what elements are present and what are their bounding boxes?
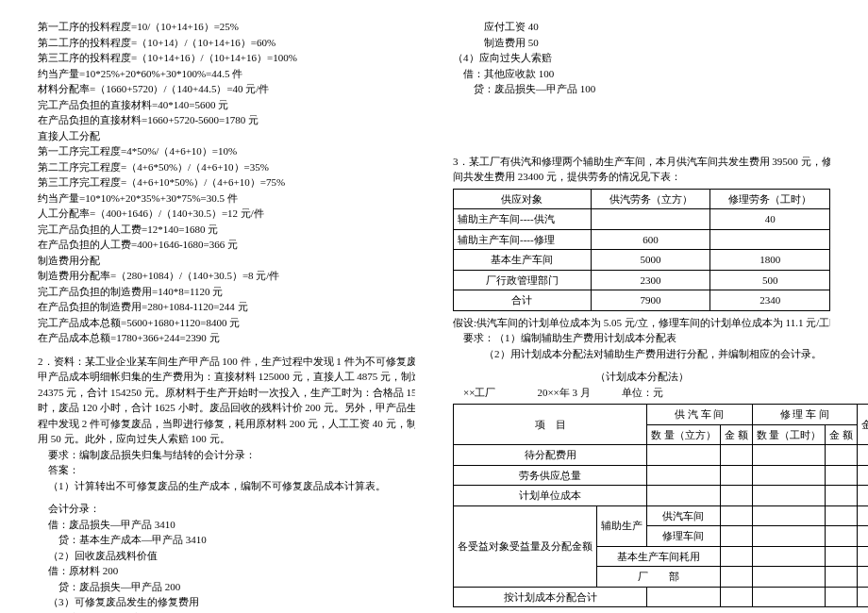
row-label: 待分配费用 [454,445,647,466]
table-cell: 40 [710,209,830,230]
text-line: （2）回收废品残料价值 [38,548,415,564]
col-gongqi: 供 汽 车 间 [647,405,753,425]
group-sub: 辅助生产 [597,505,647,546]
table-cell: 600 [591,229,710,250]
table-header: 供应对象 [454,189,592,209]
text-line: 要求：编制废品损失归集与结转的会计分录： [38,447,415,463]
calc-line: 直接人工分配 [38,128,415,144]
table-cell [752,505,826,526]
table-cell [858,445,869,466]
calc-line: 在产品成本总额=1780+366+244=2390 元 [38,330,415,346]
top-continuation: 应付工资 40 制造费用 50 （4）应向过失人索赔 借：其他应收款 100 贷… [453,19,830,97]
calc-line: 第一工序的投料程度=10/（10+14+16）=25% [38,19,415,35]
text-line: （4）应向过失人索赔 [453,50,830,66]
text-line: 应付工资 40 [453,19,830,35]
assumption-text: 假设:供汽车间的计划单位成本为 5.05 元/立，修理车间的计划单位成本为 11… [453,315,830,331]
table-cell: 厂行政管理部门 [454,270,592,290]
calc-line: 第二工序的投料程度=（10+14）/（10+14+16）=60% [38,35,415,51]
text-line: 会计分录： [38,501,415,517]
sub-qty1: 数 量（立方） [647,424,721,445]
text-line: 借：废品损失—甲产品 290 [38,610,415,614]
table-cell [647,445,721,466]
table-cell [710,229,830,250]
calc-line: 完工产品负担的人工费=12*140=1680 元 [38,222,415,238]
table-cell: 2300 [591,270,710,290]
calc-line: 约当产量=10*10%+20*35%+30*75%=30.5 件 [38,191,415,207]
table-cell [826,445,858,466]
table-cell [752,486,826,506]
table-cell [647,486,721,506]
text-line: 借：其他应收款 100 [453,66,830,82]
table-cell [858,465,869,486]
table-cell [591,209,710,230]
row-label: 修理车间 [647,526,721,547]
table-cell [720,587,752,607]
row-label: 按计划成本分配合计 [454,587,647,607]
table-cell [858,587,869,607]
table-cell: 1800 [710,250,830,271]
table-cell [826,567,858,588]
table-cell [752,587,826,607]
text-line: 答案： [38,462,415,478]
plan-cost-allocation-table: 项 目 供 汽 车 间 修 理 车 间 金额合计 数 量（立方） 金 额 数 量… [453,404,868,607]
text-line: 程中发现 2 件可修复废品，当即进行修复，耗用原材料 200 元，人工工资 40… [38,416,415,432]
table-cell [826,486,858,506]
calc-line: 第二工序完工程度=（4+6*50%）/（4+6+10）=35% [38,159,415,175]
labor-supply-table: 供应对象 供汽劳务（立方） 修理劳务（工时） 辅助主产车间----供汽 40 辅… [453,189,830,311]
text-line: 甲产品成本明细帐归集的生产费用为：直接材料 125000 元，直接人工 4875… [38,369,415,385]
calc-line: 制造费用分配 [38,253,415,269]
table-cell: 辅助主产车间----供汽 [454,209,592,230]
table-cell [720,505,752,526]
calc-line: 在产品负担的制造费用=280+1084-1120=244 元 [38,299,415,315]
table-cell: 合计 [454,290,592,311]
table-cell [752,445,826,466]
calc-line: 人工分配率=（400+1646）/（140+30.5）=12 元/件 [38,206,415,222]
row-label: 基本生产车间耗用 [597,546,721,567]
table-cell: 7900 [591,290,710,311]
table-header: 修理劳务（工时） [710,189,830,209]
text-line: 24375 元，合计 154250 元。原材料于生产开始时一次投入，生产工时为：… [38,385,415,401]
text-line: 用 50 元。此外，应向过失人索赔 100 元。 [38,431,415,447]
table-cell [858,546,869,567]
text-line: 3．某工厂有供汽和修理两个辅助生产车间，本月供汽车间共发生费用 39500 元，… [453,154,830,170]
calc-line: 材料分配率=（1660+5720）/（140+44.5）=40 元/件 [38,81,415,97]
table-cell [752,465,826,486]
table-cell [647,587,721,607]
text-line: 时，废品 120 小时，合计 1625 小时。废品回收的残料计价 200 元。另… [38,400,415,416]
text-line: （1）计算转出不可修复废品的生产成本，编制不可修复废品成本计算表。 [38,478,415,494]
group-label: 各受益对象受益量及分配金额 [454,505,597,587]
text-line: 借：原材料 200 [38,563,415,579]
table-cell [826,526,858,547]
text-line: （3）可修复废品发生的修复费用 [38,594,415,610]
calc-line: 完工产品成本总额=5600+1680+1120=8400 元 [38,315,415,331]
table-cell [858,526,869,547]
table2-header-line: ××工厂 20××年 3 月 单位：元 [453,385,830,401]
table-cell [720,465,752,486]
req-line: 要求：（1）编制辅助生产费用计划成本分配表 [453,330,830,346]
calc-line: 第三工序的投料程度=（10+14+16）/（10+14+16）=100% [38,50,415,66]
problem-3-intro: 3．某工厂有供汽和修理两个辅助生产车间，本月供汽车间共发生费用 39500 元，… [453,154,830,185]
table-cell [752,526,826,547]
calc-line: 第一工序完工程度=4*50%/（4+6+10）=10% [38,143,415,159]
text-line: 贷：基本生产成本—甲产品 3410 [38,532,415,548]
section-1-calcs: 第一工序的投料程度=10/（10+14+16）=25% 第二工序的投料程度=（1… [38,19,415,346]
table-header: 供汽劳务（立方） [591,189,710,209]
row-label: 计划单位成本 [454,486,647,506]
problem-2-req: 要求：编制废品损失归集与结转的会计分录： 答案： （1）计算转出不可修复废品的生… [38,447,415,494]
sub-amt: 金 额 [720,424,752,445]
table-cell: 2340 [710,290,830,311]
table-cell [826,505,858,526]
table-cell [826,587,858,607]
calc-line: 第三工序完工程度=（4+6+10*50%）/（4+6+10）=75% [38,174,415,191]
table-cell [720,445,752,466]
text-line: 贷：废品损失—甲产品 200 [38,579,415,595]
table-cell [826,546,858,567]
table-cell [720,526,752,547]
table-cell [720,546,752,567]
problem-2-entries: 会计分录： 借：废品损失—甲产品 3410 贷：基本生产成本—甲产品 3410 … [38,501,415,613]
table-cell [720,567,752,588]
row-label: 供汽车间 [647,505,721,526]
right-column: 应付工资 40 制造费用 50 （4）应向过失人索赔 借：其他应收款 100 贷… [453,19,830,613]
table-cell: 辅助主产车间----修理 [454,229,592,250]
table-cell: 500 [710,270,830,290]
